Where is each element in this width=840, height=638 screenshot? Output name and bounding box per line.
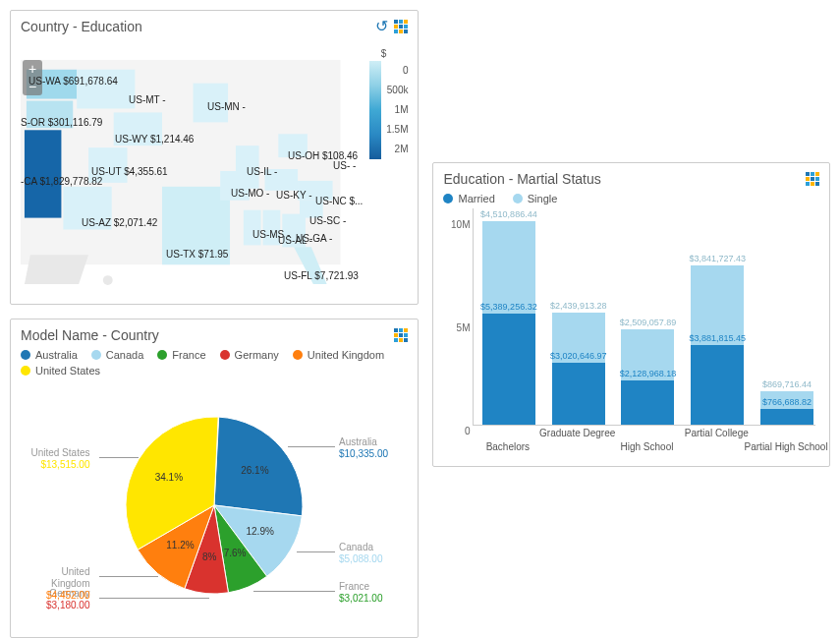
svg-text:8%: 8% bbox=[202, 551, 217, 562]
pie-legend: AustraliaCanadaFranceGermanyUnited Kingd… bbox=[21, 349, 408, 377]
svg-rect-3 bbox=[25, 130, 61, 217]
card-title-bar: Education - Martial Status bbox=[443, 171, 600, 187]
pie-plot[interactable]: 26.1%12.9%7.6%8%11.2%34.1% Australia$10,… bbox=[21, 382, 408, 628]
legend-item[interactable]: Married bbox=[443, 193, 494, 204]
bar-group[interactable]: $4,510,886.44$5,389,256.32 bbox=[482, 221, 535, 425]
svg-text:12.9%: 12.9% bbox=[247, 526, 274, 537]
svg-text:34.1%: 34.1% bbox=[155, 472, 183, 483]
map-state-label: US-KY - bbox=[276, 190, 312, 201]
legend-item[interactable]: Canada bbox=[91, 349, 144, 361]
map-state-label: US-FL $7,721.93 bbox=[284, 270, 359, 281]
map-state-label: US-MO - bbox=[231, 188, 269, 199]
map-state-label: US-MT - bbox=[129, 94, 166, 105]
x-tick: Partial College bbox=[685, 428, 749, 438]
pie-label: France$3,021.00 bbox=[339, 581, 383, 605]
map-state-label: S-OR $301,116.79 bbox=[21, 117, 102, 128]
map-state-label: US-SC - bbox=[309, 215, 346, 226]
bar-group[interactable]: $2,439,913.28$3,020,646.97 bbox=[552, 313, 605, 425]
legend-item[interactable]: Australia bbox=[21, 349, 78, 361]
map-plot[interactable]: + − US-WA $691,678.64S-OR $301,116.79US-… bbox=[21, 40, 408, 294]
map-state-label: US-AL - bbox=[278, 235, 312, 246]
svg-rect-18 bbox=[244, 210, 261, 246]
y-tick: 10M bbox=[444, 219, 470, 230]
map-state-label: US-TX $71.95 bbox=[166, 249, 228, 260]
card-education-marital: Education - Martial Status MarriedSingle… bbox=[432, 162, 830, 467]
refresh-icon[interactable]: ↺ bbox=[375, 20, 388, 33]
map-state-label: US-IL - bbox=[247, 166, 277, 177]
map-state-label: US-NC $... bbox=[315, 196, 363, 206]
x-tick: High School bbox=[621, 441, 674, 452]
map-state-label: US-MN - bbox=[207, 101, 246, 112]
card-title-pie: Model Name - Country bbox=[21, 327, 159, 343]
map-legend: $ 0 500k 1M 1.5M 2M bbox=[359, 48, 408, 159]
pie-label: United Kingdom$4,452.00 bbox=[21, 566, 89, 602]
legend-item[interactable]: France bbox=[157, 349, 205, 361]
card-menu-icon[interactable] bbox=[806, 172, 819, 186]
map-state-label: US- - bbox=[333, 160, 356, 171]
bar-group[interactable]: $3,841,727.43$3,881,815.45 bbox=[691, 265, 744, 425]
card-country-education: Country - Education ↺ bbox=[10, 10, 419, 305]
y-tick: 5M bbox=[444, 322, 470, 333]
bar-group[interactable]: $869,716.44$766,688.82 bbox=[760, 391, 813, 425]
bar-plot[interactable]: 05M10M$4,510,886.44$5,389,256.32$2,439,9… bbox=[473, 208, 815, 426]
pie-label: Australia$10,335.00 bbox=[339, 436, 388, 460]
card-menu-icon[interactable] bbox=[394, 328, 408, 342]
card-menu-icon[interactable] bbox=[394, 20, 408, 33]
legend-item[interactable]: United States bbox=[21, 365, 100, 377]
map-state-label: US-WA $691,678.64 bbox=[28, 76, 118, 87]
map-state-label: -CA $1,829,778.82 bbox=[21, 176, 102, 187]
pie-label: United States$13,515.00 bbox=[30, 447, 89, 471]
card-model-country: Model Name - Country AustraliaCanadaFran… bbox=[10, 319, 419, 638]
x-tick: Graduate Degree bbox=[539, 428, 615, 438]
legend-item[interactable]: Single bbox=[513, 193, 558, 204]
map-state-label: US-UT $4,355.61 bbox=[91, 166, 168, 177]
x-tick: Bachelors bbox=[486, 441, 530, 452]
bar-legend: MarriedSingle bbox=[443, 193, 819, 204]
x-tick: Partial High School bbox=[745, 441, 828, 452]
card-title-map: Country - Education bbox=[21, 19, 142, 34]
svg-text:11.2%: 11.2% bbox=[167, 540, 195, 551]
pie-label: Canada$5,088.00 bbox=[339, 542, 383, 565]
legend-item[interactable]: United Kingdom bbox=[293, 349, 384, 361]
map-state-label: US-WY $1,214.46 bbox=[115, 134, 194, 145]
legend-item[interactable]: Germany bbox=[220, 349, 279, 361]
svg-text:26.1%: 26.1% bbox=[241, 465, 268, 476]
svg-text:7.6%: 7.6% bbox=[224, 548, 247, 558]
y-tick: 0 bbox=[444, 426, 470, 436]
svg-point-19 bbox=[103, 275, 113, 285]
bar-group[interactable]: $2,509,057.89$2,128,968.18 bbox=[621, 329, 674, 425]
map-state-label: US-AZ $2,071.42 bbox=[82, 217, 157, 228]
